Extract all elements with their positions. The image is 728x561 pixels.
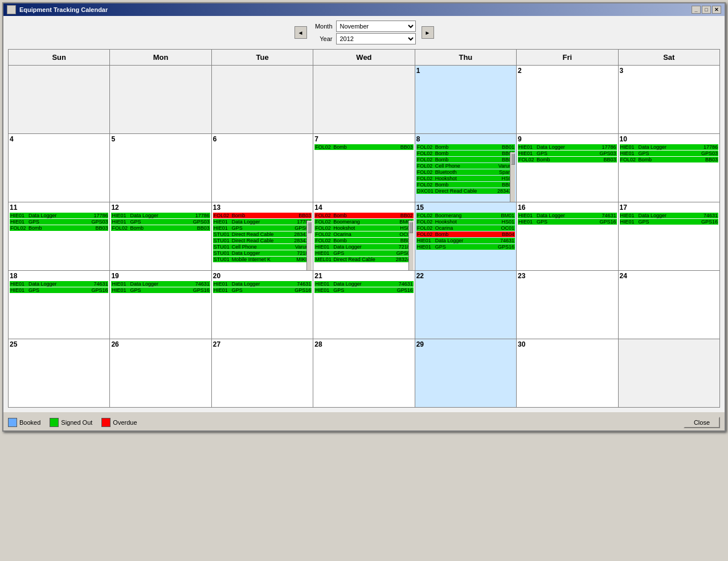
- close-button[interactable]: Close: [684, 417, 720, 428]
- event-item[interactable]: HIE01Data Logger74631: [10, 281, 108, 287]
- event-item[interactable]: FOL02BombBB03: [416, 157, 515, 162]
- calendar-cell-1-4[interactable]: [313, 66, 415, 134]
- calendar-cell-3-6[interactable]: 16HIE01Data Logger74631HIE01GPSGPS16: [517, 202, 618, 271]
- event-item[interactable]: FOL02HookshotHS02: [314, 225, 413, 231]
- event-item[interactable]: STU01Data Logger72184: [213, 250, 312, 256]
- event-item[interactable]: STU01Cell PhoneVaruna: [213, 244, 312, 250]
- calendar-cell-5-6[interactable]: 30: [517, 339, 618, 408]
- event-item[interactable]: HIE01GPSGPS16: [111, 287, 210, 293]
- event-item[interactable]: HIE01GPSGPS03: [620, 151, 718, 156]
- calendar-cell-1-5[interactable]: 1: [415, 66, 516, 134]
- event-item[interactable]: STU01Mobile Internet KMIK04: [213, 257, 312, 262]
- calendar-cell-4-7[interactable]: 24: [618, 271, 719, 339]
- calendar-cell-5-5[interactable]: 29: [415, 339, 516, 408]
- calendar-cell-1-2[interactable]: [110, 66, 211, 134]
- calendar-cell-2-6[interactable]: 9HIE01Data Logger17786HIE01GPSGPS03FOL02…: [517, 134, 618, 202]
- calendar-cell-3-2[interactable]: 12HIE01Data Logger17786HIE01GPSGPS03FOL0…: [110, 202, 211, 271]
- event-item[interactable]: HIE01GPSGPS03: [314, 250, 413, 256]
- event-item[interactable]: HIE01Data Logger74631: [213, 281, 312, 287]
- calendar-cell-5-3[interactable]: 27: [211, 339, 313, 408]
- event-item[interactable]: HIE01Data Logger74631: [314, 281, 413, 287]
- event-item[interactable]: HIE01Data Logger74631: [416, 238, 515, 243]
- calendar-cell-2-1[interactable]: 4: [9, 134, 110, 202]
- calendar-cell-2-5[interactable]: 8FOL02BombBB01FOL02BombBB02FOL02BombBB03…: [415, 134, 516, 202]
- event-item[interactable]: HIE01Data Logger74631: [111, 281, 210, 287]
- calendar-cell-3-7[interactable]: 17HIE01Data Logger74631HIE01GPSGPS16: [618, 202, 719, 271]
- calendar-cell-4-4[interactable]: 21HIE01Data Logger74631HIE01GPSGP516: [313, 271, 415, 339]
- event-item[interactable]: HIE01GPSGPS03: [10, 219, 108, 225]
- event-item[interactable]: HIE01Data Logger17786: [518, 144, 616, 150]
- event-item[interactable]: STU01Direct Read Cable283433: [213, 238, 312, 243]
- event-item[interactable]: FOL02BluetoothSpare-: [416, 169, 515, 175]
- event-item[interactable]: HIE01Data Logger17786: [620, 144, 718, 150]
- event-item[interactable]: HIE01GPSGPS16: [620, 219, 718, 225]
- event-item[interactable]: HIE01Data Logger74631: [518, 213, 616, 218]
- event-item[interactable]: FOL02BombBB03: [620, 157, 718, 162]
- event-item[interactable]: FOL02BombBB03: [314, 144, 413, 150]
- minimize-button[interactable]: _: [692, 6, 701, 14]
- event-item[interactable]: FOL02Cell PhoneVaruna: [416, 163, 515, 169]
- calendar-cell-1-7[interactable]: 3: [618, 66, 719, 134]
- close-window-button[interactable]: ✕: [712, 6, 721, 14]
- calendar-cell-5-1[interactable]: 25: [9, 339, 110, 408]
- event-item[interactable]: FOL02HookshotHS01: [416, 176, 515, 181]
- calendar-cell-2-4[interactable]: 7FOL02BombBB03: [313, 134, 415, 202]
- calendar-cell-4-3[interactable]: 20HIE01Data Logger74631HIE01GPSGPS16: [211, 271, 313, 339]
- event-item[interactable]: HIE01Data Logger17786: [111, 213, 210, 218]
- event-item[interactable]: HIE01GPSGPS03: [518, 151, 616, 156]
- calendar-cell-1-1[interactable]: [9, 66, 110, 134]
- event-item[interactable]: HIE01Data Logger74631: [620, 213, 718, 218]
- maximize-button[interactable]: □: [702, 6, 711, 14]
- event-item[interactable]: HIE01GPSGPS03: [213, 225, 312, 231]
- event-item[interactable]: FOL02BombBB02: [416, 151, 515, 156]
- event-item[interactable]: FOL02BombBB02: [314, 213, 413, 218]
- scrollbar[interactable]: [408, 221, 414, 271]
- event-item[interactable]: FOL02HookshotHS01: [416, 219, 515, 225]
- calendar-cell-4-6[interactable]: 23: [517, 271, 618, 339]
- event-item[interactable]: DXC01Direct Read Cable283433: [416, 188, 515, 194]
- event-item[interactable]: HIE01GPSGPS16: [518, 219, 616, 225]
- event-item[interactable]: FOL02BombBB04: [314, 238, 413, 243]
- scrollbar[interactable]: [510, 152, 515, 202]
- event-item[interactable]: FOL02BombBB01: [416, 144, 515, 150]
- event-item[interactable]: HIE01GPSGP516: [314, 287, 413, 293]
- calendar-cell-1-6[interactable]: 2: [517, 66, 618, 134]
- year-select[interactable]: 2012: [336, 33, 416, 44]
- calendar-cell-5-2[interactable]: 26: [110, 339, 211, 408]
- event-item[interactable]: HIE01GPSGPS03: [111, 219, 210, 225]
- next-month-button[interactable]: ►: [422, 26, 434, 39]
- event-item[interactable]: FOL02BombBB03: [10, 225, 108, 231]
- calendar-cell-3-3[interactable]: 13FOL02BombBB03HIE01Data Logger17786HIE0…: [211, 202, 313, 271]
- calendar-cell-2-7[interactable]: 10HIE01Data Logger17786HIE01GPSGPS03FOL0…: [618, 134, 719, 202]
- event-item[interactable]: HIE01Data Logger72184: [314, 244, 413, 250]
- calendar-cell-4-1[interactable]: 18HIE01Data Logger74631HIE01GPSGPS16: [9, 271, 110, 339]
- prev-month-button[interactable]: ◄: [295, 26, 307, 39]
- month-select[interactable]: November: [336, 21, 416, 32]
- event-item[interactable]: HIE01GPSGPS16: [416, 244, 515, 250]
- calendar-cell-3-1[interactable]: 11HIE01Data Logger17786HIE01GPSGPS03FOL0…: [9, 202, 110, 271]
- event-item[interactable]: HIE01Data Logger17786: [10, 213, 108, 218]
- event-item[interactable]: FOL02BombBB03: [213, 213, 312, 218]
- event-item[interactable]: FOL02BoomerangBM01: [416, 213, 515, 218]
- event-item[interactable]: HIE01Data Logger17786: [213, 219, 312, 225]
- event-item[interactable]: FOL02OcarinaOC01: [314, 231, 413, 237]
- calendar-cell-2-2[interactable]: 5: [110, 134, 211, 202]
- event-item[interactable]: HIE01GPSGPS16: [213, 287, 312, 293]
- event-item[interactable]: FOL02BombBB03: [111, 225, 210, 231]
- scrollbar[interactable]: [306, 221, 312, 271]
- calendar-cell-3-5[interactable]: 15FOL02BoomerangBM01FOL02HookshotHS01FOL…: [415, 202, 516, 271]
- event-item[interactable]: HIE01GPSGPS16: [10, 287, 108, 293]
- event-item[interactable]: FOL02BombBB03: [518, 157, 616, 162]
- calendar-cell-4-5[interactable]: 22: [415, 271, 516, 339]
- event-item[interactable]: MEL01Direct Read Cable283243: [314, 257, 413, 262]
- event-item[interactable]: FOL02BoomerangBM01: [314, 219, 413, 225]
- calendar-cell-2-3[interactable]: 6: [211, 134, 313, 202]
- calendar-cell-3-4[interactable]: 14FOL02BombBB02FOL02BoomerangBM01FOL02Ho…: [313, 202, 415, 271]
- calendar-cell-5-7[interactable]: [618, 339, 719, 408]
- event-item[interactable]: FOL02BombBB04: [416, 231, 515, 237]
- calendar-cell-5-4[interactable]: 28: [313, 339, 415, 408]
- event-item[interactable]: STU01Direct Read Cable283433: [213, 231, 312, 237]
- calendar-cell-4-2[interactable]: 19HIE01Data Logger74631HIE01GPSGPS16: [110, 271, 211, 339]
- event-item[interactable]: FOL02OcarinaOC01: [416, 225, 515, 231]
- calendar-cell-1-3[interactable]: [211, 66, 313, 134]
